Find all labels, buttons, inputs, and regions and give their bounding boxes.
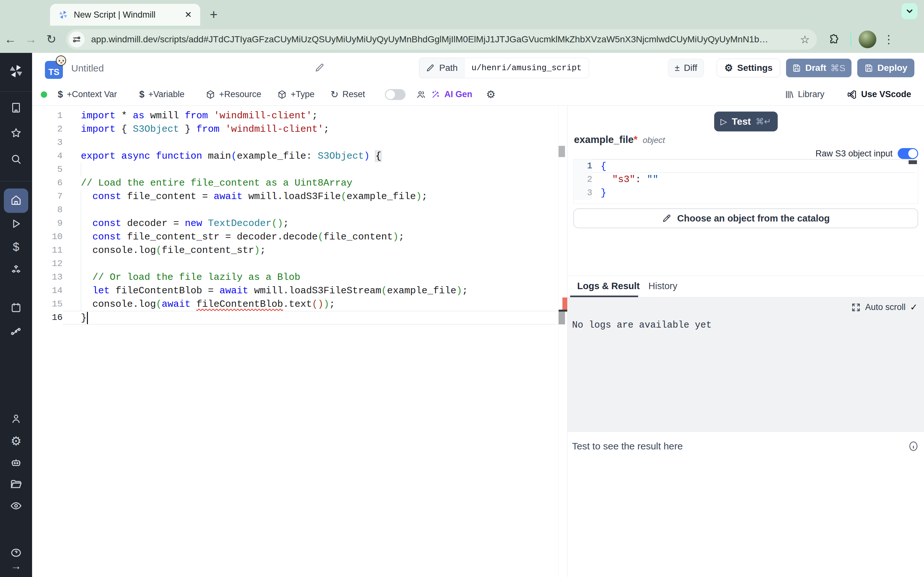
add-type-button[interactable]: +Type	[277, 83, 314, 105]
windmill-logo[interactable]	[9, 64, 23, 80]
chrome-separator	[850, 32, 851, 47]
extensions-icon[interactable]	[829, 34, 840, 45]
tab-close-icon[interactable]: ✕	[184, 10, 192, 20]
code-line: 2import { S3Object } from 'windmill-clie…	[32, 122, 567, 136]
deploy-button[interactable]: Deploy	[857, 59, 914, 77]
back-button[interactable]: ←	[0, 33, 21, 46]
sidebar-item-users[interactable]	[10, 413, 22, 426]
main-area: TS Untitled Path u/henri/amusing_script …	[32, 53, 924, 577]
info-icon[interactable]	[908, 441, 919, 452]
expand-icon	[851, 303, 861, 312]
json-input-editor[interactable]: 1{2 "s3": ""3}	[573, 159, 918, 204]
profile-avatar[interactable]	[859, 31, 877, 48]
browser-tab[interactable]: New Script | Windmill ✕	[50, 4, 200, 26]
sidebar-item-settings[interactable]: ⚙	[11, 434, 21, 448]
error-marker	[562, 298, 567, 310]
argument-name: example_file	[574, 134, 634, 145]
diff-button[interactable]: ± Diff	[668, 59, 704, 77]
raw-s3-label: Raw S3 object input	[816, 149, 893, 159]
scrollbar-handle	[559, 146, 565, 157]
text-cursor	[87, 312, 88, 324]
script-header: TS Untitled Path u/henri/amusing_script …	[32, 53, 924, 83]
sidebar-item-schedules[interactable]	[10, 302, 22, 315]
code-line: 3	[32, 136, 567, 149]
address-bar[interactable]: app.windmill.dev/scripts/add#JTdCJTIyaGF…	[66, 29, 817, 50]
script-title-input[interactable]: Untitled	[71, 53, 315, 83]
bookmark-star-icon[interactable]: ☆	[800, 33, 810, 46]
code-line: 2 "s3": ""	[573, 173, 918, 186]
sidebar-item-favorites[interactable]	[10, 127, 22, 140]
library-icon	[784, 90, 794, 99]
save-icon	[864, 63, 873, 73]
sidebar-item-workers[interactable]	[10, 457, 22, 470]
edit-title-pencil-icon[interactable]	[314, 63, 325, 73]
egg-emoji-badge	[56, 55, 66, 66]
add-resource-button[interactable]: +Resource	[206, 83, 261, 105]
forward-button[interactable]: →	[21, 33, 41, 46]
tab-history[interactable]: History	[648, 276, 677, 296]
logs-area: Auto scroll ✓ No logs are available yet	[567, 297, 924, 432]
raw-s3-toggle[interactable]	[898, 148, 918, 159]
new-tab-button[interactable]: +	[206, 7, 221, 23]
package-icon	[277, 90, 287, 99]
draft-button[interactable]: Draft ⌘S	[786, 59, 851, 77]
choose-object-button[interactable]: Choose an object from the catalog	[573, 208, 918, 228]
library-button[interactable]: Library	[784, 83, 825, 105]
browser-menu-icon[interactable]: ⋮	[883, 33, 895, 46]
reset-button[interactable]: ↻Reset	[330, 83, 365, 105]
code-line: 3}	[573, 186, 918, 200]
path-button[interactable]: Path u/henri/amusing_script	[419, 58, 589, 78]
browser-chrome: New Script | Windmill ✕ + ← → ↻ app.wind…	[0, 0, 924, 53]
chevron-down-icon	[905, 7, 914, 16]
url-toolbar: ← → ↻ app.windmill.dev/scripts/add#JTdCJ…	[0, 26, 924, 53]
sidebar-item-workspace[interactable]	[10, 102, 22, 115]
path-label: Path	[439, 63, 458, 73]
sidebar-item-audit-logs[interactable]	[10, 500, 22, 513]
editor-toolbar: $+Context Var $+Variable +Resource +Type…	[32, 83, 924, 106]
sidebar-item-variables[interactable]: $	[13, 240, 19, 254]
vscode-icon	[847, 89, 857, 100]
draft-shortcut: ⌘S	[830, 63, 845, 73]
add-variable-button[interactable]: $+Variable	[139, 83, 184, 105]
argument-row: example_file * object	[574, 134, 665, 145]
code-line: 7 const file_content = await wmill.loadS…	[32, 190, 567, 203]
sidebar-item-home[interactable]	[4, 189, 28, 213]
url-text: app.windmill.dev/scripts/add#JTdCJTIyaGF…	[91, 34, 795, 45]
sidebar-item-search[interactable]	[10, 153, 22, 166]
pencil-icon	[426, 63, 435, 73]
sidebar-item-help[interactable]	[10, 547, 22, 561]
sidebar-item-folders[interactable]	[10, 478, 22, 492]
argument-type: object	[643, 135, 665, 145]
reset-icon: ↻	[330, 90, 338, 99]
auto-scroll-control[interactable]: Auto scroll ✓	[851, 302, 918, 313]
magic-wand-icon	[431, 90, 441, 99]
sidebar-item-routes[interactable]	[10, 326, 22, 339]
test-shortcut: ⌘↵	[756, 117, 771, 127]
use-vscode-button[interactable]: Use VScode	[847, 83, 911, 105]
tab-logs-result[interactable]: Logs & Result	[577, 276, 640, 296]
site-settings-icon[interactable]	[69, 31, 85, 47]
editor-scrollbar[interactable]	[558, 106, 567, 577]
sidebar-divider	[0, 91, 32, 92]
code-editor[interactable]: 1import * as wmill from 'windmill-client…	[32, 106, 567, 577]
people-icon	[416, 83, 426, 105]
sidebar-collapse-icon[interactable]: →	[11, 560, 21, 572]
ai-gen-button[interactable]: AI Gen	[431, 83, 472, 105]
code-line: 13 // Or load the file lazily as a Blob	[32, 271, 567, 284]
result-tabs: Logs & Result History	[567, 276, 924, 297]
scrollbar-handle	[559, 311, 565, 324]
json-lines: 1{2 "s3": ""3}	[573, 159, 918, 200]
code-line: 8	[32, 203, 567, 217]
test-button[interactable]: ▷ Test ⌘↵	[714, 111, 778, 131]
tab-search-button[interactable]	[901, 3, 918, 19]
settings-button[interactable]: ⚙ Settings	[717, 59, 780, 77]
add-context-var-button[interactable]: $+Context Var	[58, 83, 117, 105]
code-line: 1import * as wmill from 'windmill-client…	[32, 109, 567, 122]
code-line: 10 const file_content_str = decoder.deco…	[32, 230, 567, 243]
tab-title: New Script | Windmill	[74, 10, 179, 20]
sidebar-item-runs[interactable]	[10, 218, 22, 231]
reload-button[interactable]: ↻	[41, 32, 61, 46]
script-settings-gear-icon[interactable]: ⚙	[486, 83, 496, 105]
multiplayer-toggle[interactable]	[385, 83, 405, 105]
sidebar-item-resources[interactable]	[10, 264, 22, 277]
